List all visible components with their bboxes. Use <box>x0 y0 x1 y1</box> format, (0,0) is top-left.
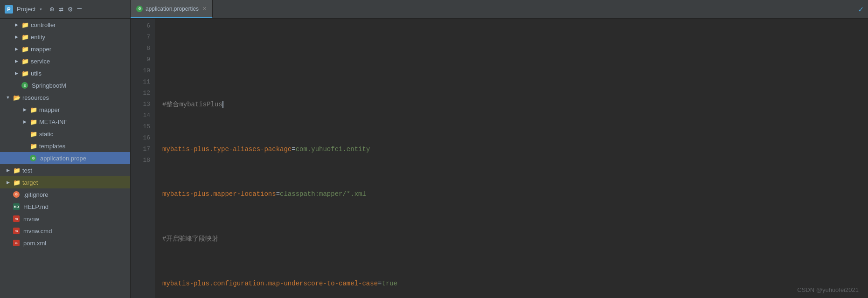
folder-icon-service: 📁 <box>21 58 29 65</box>
code-line-9: mybatis-plus.mapper-locations=classpath:… <box>162 188 868 200</box>
sidebar-item-meta-inf[interactable]: 📁 META-INF <box>0 116 130 128</box>
arrow-target <box>5 179 11 186</box>
arrow-resources <box>5 94 11 101</box>
sidebar-item-mapper-sub[interactable]: 📁 mapper <box>0 104 130 116</box>
sidebar-item-label-test: test <box>22 167 32 174</box>
sidebar-item-resources[interactable]: 📂 resources <box>0 91 130 104</box>
folder-icon-mapper-sub: 📁 <box>30 106 37 113</box>
watermark: CSDN @yuhuofei2021 <box>797 286 859 293</box>
diff-icon[interactable]: ⇄ <box>59 5 63 14</box>
line-numbers: 6 7 8 9 10 11 12 13 14 15 16 17 18 <box>131 19 155 298</box>
springboot-icon: S <box>21 82 28 89</box>
top-bar: P Project ▾ ⊕ ⇄ ⚙ ─ ⚙ application.proper… <box>0 0 868 19</box>
sidebar-item-mvnw[interactable]: m mvnw <box>0 213 130 225</box>
git-icon: ⚙ <box>13 191 20 198</box>
folder-icon-target: 📁 <box>13 179 21 186</box>
main-content: 📁 controller 📁 entity 📁 mapper 📁 service… <box>0 19 868 298</box>
comment-10: #开启驼峰字段映射 <box>162 233 218 244</box>
add-icon[interactable]: ⊕ <box>50 5 55 14</box>
sidebar: 📁 controller 📁 entity 📁 mapper 📁 service… <box>0 19 131 298</box>
sidebar-item-label-mvnw-cmd: mvnw.cmd <box>23 228 52 235</box>
val-11: true <box>382 278 397 289</box>
code-line-11: mybatis-plus.configuration.map-underscor… <box>162 278 868 289</box>
sidebar-item-label-gitignore: .gitignore <box>23 191 48 198</box>
key-8: mybatis-plus.type-aliases-package <box>162 144 292 155</box>
mvn-cmd-icon: m <box>13 228 20 234</box>
sidebar-item-application-prop[interactable]: ⚙ application.prope <box>0 152 130 164</box>
sidebar-item-service[interactable]: 📁 service <box>0 55 130 67</box>
project-title: Project <box>17 6 35 13</box>
arrow-controller <box>13 21 20 28</box>
sidebar-item-entity[interactable]: 📁 entity <box>0 31 130 43</box>
folder-icon-resources: 📂 <box>13 94 21 101</box>
arrow-entity <box>13 34 20 40</box>
comment-7: #整合mybatisPlus <box>162 99 222 110</box>
project-icon: P <box>5 5 13 14</box>
sidebar-item-label-controller: controller <box>31 21 56 28</box>
code-line-6 <box>162 54 868 65</box>
sidebar-item-label-mapper: mapper <box>31 46 51 53</box>
folder-icon-test: 📁 <box>13 167 21 174</box>
sidebar-item-label-application-prop: application.prope <box>40 155 86 162</box>
code-line-8: mybatis-plus.type-aliases-package=com.yu… <box>162 144 868 155</box>
sidebar-item-templates[interactable]: 📁 templates <box>0 140 130 152</box>
folder-icon-meta-inf: 📁 <box>30 118 37 125</box>
folder-icon-utils: 📁 <box>21 70 29 77</box>
mvn-icon: m <box>13 215 20 222</box>
arrow-service <box>13 58 20 64</box>
project-dropdown-arrow[interactable]: ▾ <box>39 7 42 12</box>
sidebar-item-label-entity: entity <box>31 34 45 41</box>
sidebar-item-label-pom-xml: pom.xml <box>23 240 46 247</box>
folder-icon-mapper: 📁 <box>21 46 29 53</box>
prop-icon: ⚙ <box>30 155 36 161</box>
confirm-icon: ✓ <box>858 4 863 14</box>
sidebar-item-static[interactable]: 📁 static <box>0 128 130 140</box>
sidebar-item-pom-xml[interactable]: m pom.xml <box>0 237 130 249</box>
md-icon: MD <box>13 203 20 210</box>
code-line-7: #整合mybatisPlus <box>162 99 868 110</box>
sidebar-item-label-service: service <box>31 58 50 65</box>
code-line-10: #开启驼峰字段映射 <box>162 233 868 244</box>
key-9: mybatis-plus.mapper-locations <box>162 188 276 200</box>
arrow-test <box>5 167 11 173</box>
folder-icon-templates: 📁 <box>30 143 37 150</box>
text-cursor <box>222 101 223 108</box>
sidebar-item-label-mvnw: mvnw <box>23 215 39 222</box>
folder-icon-controller: 📁 <box>21 21 29 28</box>
sidebar-item-mapper[interactable]: 📁 mapper <box>0 43 130 55</box>
sidebar-item-springbootm[interactable]: S SpringbootM <box>0 79 130 91</box>
arrow-mapper-sub <box>21 106 28 113</box>
sidebar-item-test[interactable]: 📁 test <box>0 164 130 176</box>
xml-icon: m <box>13 240 20 246</box>
sidebar-item-help-md[interactable]: MD HELP.md <box>0 201 130 213</box>
key-11: mybatis-plus.configuration.map-underscor… <box>162 278 378 289</box>
tab-close-button[interactable]: ✕ <box>202 6 207 12</box>
tab-file-icon: ⚙ <box>136 6 143 12</box>
sidebar-item-gitignore[interactable]: ⚙ .gitignore <box>0 188 130 201</box>
code-content[interactable]: #整合mybatisPlus mybatis-plus.type-aliases… <box>155 19 868 298</box>
tab-title: application.properties <box>146 6 199 12</box>
sidebar-item-target[interactable]: 📁 target <box>0 176 130 188</box>
sidebar-item-label-utils: utils <box>31 70 42 77</box>
sidebar-item-utils[interactable]: 📁 utils <box>0 67 130 79</box>
val-9: classpath:mapper/*.xml <box>280 188 366 200</box>
tab-application-properties[interactable]: ⚙ application.properties ✕ <box>131 0 213 18</box>
sidebar-item-label-templates: templates <box>39 143 65 150</box>
arrow-utils <box>13 70 20 76</box>
sidebar-item-controller[interactable]: 📁 controller <box>0 19 130 31</box>
sidebar-item-label-mapper-sub: mapper <box>39 106 60 113</box>
sidebar-item-label-resources: resources <box>22 94 49 101</box>
folder-icon-entity: 📁 <box>21 34 29 41</box>
sidebar-item-label-static: static <box>39 131 53 138</box>
sidebar-item-label-target: target <box>22 179 38 186</box>
sidebar-item-label-help-md: HELP.md <box>23 203 49 210</box>
sidebar-item-label-meta-inf: META-INF <box>39 118 67 125</box>
settings-icon[interactable]: ⚙ <box>68 5 73 14</box>
sidebar-item-label-springbootm: SpringbootM <box>32 82 66 89</box>
project-panel-header: P Project ▾ ⊕ ⇄ ⚙ ─ <box>0 0 131 18</box>
val-8: com.yuhuofei.entity <box>296 144 370 155</box>
minimize-icon[interactable]: ─ <box>77 5 82 14</box>
sidebar-item-mvnw-cmd[interactable]: m mvnw.cmd <box>0 225 130 237</box>
editor-area[interactable]: 6 7 8 9 10 11 12 13 14 15 16 17 18 #整合my… <box>131 19 868 298</box>
folder-icon-static: 📁 <box>30 131 37 138</box>
